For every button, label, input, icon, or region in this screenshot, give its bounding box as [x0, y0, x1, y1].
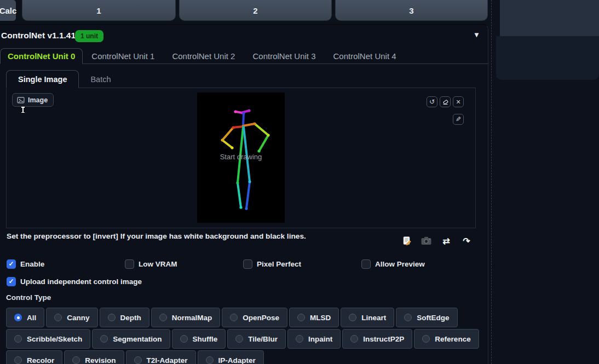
control-type-row-1: All Canny Depth NormalMap OpenPose MLSD …: [6, 308, 458, 327]
tab-batch-label: Batch: [90, 75, 111, 84]
control-type-tile-blur[interactable]: Tile/Blur: [227, 329, 286, 349]
control-type-softedge[interactable]: SoftEdge: [396, 308, 457, 327]
radio-icon: [422, 335, 430, 343]
brush-button[interactable]: ✎: [453, 114, 464, 125]
control-type-all[interactable]: All: [6, 308, 44, 327]
enable-checkbox[interactable]: Enable: [7, 259, 44, 269]
tab-controlnet-unit-1[interactable]: ControlNet Unit 1: [83, 48, 163, 64]
chip-label: Shuffle: [193, 335, 218, 343]
allow-preview-label: Allow Preview: [375, 260, 425, 268]
batch-tab-1-label: 1: [96, 6, 101, 15]
undo-button[interactable]: ↺: [427, 96, 437, 107]
radio-selected-icon: [14, 314, 22, 321]
control-type-inpaint[interactable]: Inpaint: [287, 329, 341, 349]
batch-tab-3[interactable]: 3: [335, 0, 488, 21]
collapse-caret-icon[interactable]: ▼: [473, 31, 480, 39]
control-type-t2i-adapter[interactable]: T2I-Adapter: [126, 350, 196, 364]
radio-icon: [14, 335, 22, 343]
radio-icon: [159, 314, 167, 321]
pixel-perfect-checkbox[interactable]: Pixel Perfect: [243, 259, 301, 269]
low-vram-checkbox[interactable]: Low VRAM: [125, 259, 177, 269]
allow-preview-checkbox[interactable]: Allow Preview: [361, 259, 425, 269]
radio-icon: [230, 314, 238, 321]
tab-batch[interactable]: Batch: [79, 70, 122, 88]
tab-controlnet-unit-2[interactable]: ControlNet Unit 2: [163, 48, 244, 64]
tab-single-image[interactable]: Single Image: [6, 70, 79, 88]
radio-icon: [134, 356, 142, 364]
chip-label: Scribble/Sketch: [27, 335, 82, 343]
mirror-webcam-button[interactable]: ⇄: [441, 235, 452, 246]
control-type-normalmap[interactable]: NormalMap: [151, 308, 221, 327]
upload-independent-checkbox[interactable]: Upload independent control image: [7, 276, 142, 286]
control-type-recolor[interactable]: Recolor: [6, 350, 62, 364]
radio-icon: [100, 335, 108, 343]
upload-independent-checkbox-box[interactable]: [7, 277, 16, 286]
control-type-depth[interactable]: Depth: [100, 308, 149, 327]
webcam-button[interactable]: [421, 235, 431, 246]
radio-icon: [296, 335, 303, 343]
chip-label: InstructP2P: [363, 335, 404, 343]
side-gallery-panel-bottom: [496, 36, 599, 80]
close-icon: ×: [456, 97, 460, 106]
low-vram-label: Low VRAM: [139, 260, 177, 268]
chip-label: Canny: [67, 314, 89, 322]
low-vram-checkbox-box[interactable]: [125, 259, 134, 269]
allow-preview-checkbox-box[interactable]: [361, 259, 371, 269]
radio-icon: [54, 314, 62, 321]
tab-controlnet-unit-0[interactable]: ControlNet Unit 0: [0, 48, 83, 64]
pixel-perfect-label: Pixel Perfect: [257, 260, 301, 268]
send-dimensions-button[interactable]: ↷: [461, 235, 472, 246]
control-type-row-3: Recolor Revision T2I-Adapter IP-Adapter: [6, 350, 264, 364]
tab-single-image-label: Single Image: [18, 75, 67, 84]
pose-canvas[interactable]: Start drawing: [197, 93, 285, 223]
control-type-reference[interactable]: Reference: [414, 329, 479, 349]
control-type-mlsd[interactable]: MLSD: [289, 308, 339, 327]
new-canvas-button[interactable]: [401, 235, 412, 246]
undo-icon: ↺: [429, 98, 435, 106]
control-type-revision[interactable]: Revision: [64, 350, 124, 364]
eraser-button[interactable]: [440, 96, 451, 107]
radio-icon: [206, 356, 214, 364]
batch-tab-2[interactable]: 2: [179, 0, 332, 21]
chip-label: T2I-Adapter: [147, 356, 188, 364]
radio-icon: [350, 335, 358, 343]
chip-label: Inpaint: [308, 335, 332, 343]
control-type-openpose[interactable]: OpenPose: [222, 308, 287, 327]
tab-controlnet-unit-4-label: ControlNet Unit 4: [333, 51, 396, 61]
chip-label: NormalMap: [172, 314, 212, 322]
clear-button[interactable]: ×: [453, 96, 464, 107]
tab-controlnet-unit-3[interactable]: ControlNet Unit 3: [244, 48, 324, 64]
chip-label: SoftEdge: [417, 314, 449, 322]
radio-icon: [235, 335, 243, 343]
tab-controlnet-unit-4[interactable]: ControlNet Unit 4: [325, 48, 405, 64]
resize-divider[interactable]: [491, 0, 492, 364]
brush-icon: ✎: [456, 115, 461, 123]
webcam-icon: [421, 236, 431, 245]
image-label-chip: Image: [12, 93, 54, 107]
unit-count-badge: 1 unit: [75, 30, 103, 42]
tab-controlnet-unit-0-label: ControlNet Unit 0: [8, 51, 75, 61]
tab-controlnet-unit-3-label: ControlNet Unit 3: [252, 51, 315, 61]
enable-label: Enable: [20, 260, 44, 268]
chip-label: MLSD: [310, 314, 331, 322]
chip-label: OpenPose: [243, 314, 279, 322]
pixel-perfect-checkbox-box[interactable]: [243, 259, 252, 269]
controlnet-title[interactable]: ControlNet v1.1.410: [1, 31, 80, 41]
chip-label: Segmentation: [113, 335, 162, 343]
batch-tab-1[interactable]: 1: [22, 0, 176, 21]
radio-icon: [72, 356, 80, 364]
control-type-segmentation[interactable]: Segmentation: [92, 329, 170, 349]
tab-controlnet-unit-2-label: ControlNet Unit 2: [172, 51, 235, 61]
control-type-ip-adapter[interactable]: IP-Adapter: [198, 350, 264, 364]
batch-tab-2-label: 2: [253, 6, 257, 15]
control-type-scribble-sketch[interactable]: Scribble/Sketch: [6, 329, 90, 349]
radio-icon: [297, 314, 305, 321]
chip-label: Reference: [435, 335, 470, 343]
calc-tab[interactable]: Calc: [0, 0, 16, 21]
enable-checkbox-box[interactable]: [7, 259, 16, 269]
control-type-lineart[interactable]: Lineart: [341, 308, 394, 327]
control-type-instructp2p[interactable]: InstructP2P: [342, 329, 412, 349]
control-type-canny[interactable]: Canny: [46, 308, 97, 327]
image-tabbar: Single Image Batch: [6, 70, 123, 88]
control-type-shuffle[interactable]: Shuffle: [172, 329, 226, 349]
